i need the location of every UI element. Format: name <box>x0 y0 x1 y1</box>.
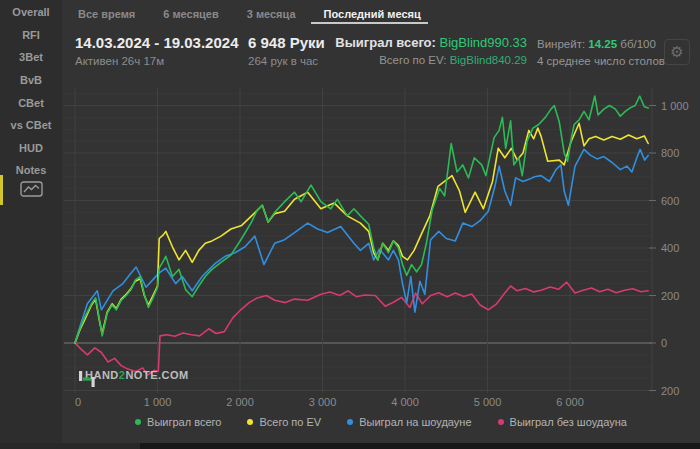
session-header: 14.03.2024 - 19.03.2024 Активен 26ч 17м … <box>62 28 700 85</box>
won-total-label: Выиграл всего: <box>335 35 436 50</box>
y-axis-label: 1 000 <box>661 100 689 112</box>
sidebar-item-vs-cbet[interactable]: vs CBet <box>0 114 62 137</box>
tab-last-month[interactable]: Последний месяц <box>324 0 421 28</box>
watermark: HAND2NOTE.COM <box>78 369 189 381</box>
ev-total-value: BigBlind840.29 <box>450 54 527 66</box>
tab-all-time[interactable]: Все время <box>78 0 135 28</box>
stats-block: Винрейт: 14.25 бб/100 4 среднее число ст… <box>537 37 665 68</box>
settings-button[interactable]: ⚙ <box>664 39 690 65</box>
legend-label: Выиграл на шоудауне <box>359 416 471 428</box>
x-axis-label: 5 000 <box>474 396 502 408</box>
x-axis-label: 1 000 <box>144 396 172 408</box>
sidebar-item-graph[interactable] <box>0 178 62 204</box>
sidebar: OverallRFI3BetBvBCBetvs CBetHUDNotes <box>0 0 62 449</box>
legend-dot <box>347 419 353 425</box>
ev-total-label: Всего по EV: <box>379 54 446 66</box>
sidebar-item-bvb[interactable]: BvB <box>0 69 62 92</box>
series-выиграл-без-шоудауна <box>75 282 648 375</box>
chart-canvas: 1 000800600400200020001 0002 0003 0004 0… <box>62 85 700 412</box>
series-выиграл-всего <box>75 96 648 343</box>
line-chart-icon <box>20 181 43 201</box>
x-axis-label: 3 000 <box>309 396 337 408</box>
period-tabs: Все время6 месяцев3 месяцаПоследний меся… <box>62 0 700 28</box>
hands-count: 6 948 Руки <box>248 34 325 51</box>
active-time: Активен 26ч 17м <box>75 54 238 68</box>
series-выиграл-на-шоудауне <box>75 149 648 343</box>
legend-item-1[interactable]: Выиграл всего <box>135 416 221 428</box>
legend-label: Выиграл без шоудауна <box>510 416 627 428</box>
series-всего-по-ev <box>75 123 648 343</box>
avg-tables: 4 среднее число столов <box>537 54 665 68</box>
x-axis-label: 6 000 <box>556 396 584 408</box>
legend-dot <box>247 419 253 425</box>
won-total-value: BigBlind990.33 <box>440 35 527 50</box>
gear-icon: ⚙ <box>670 43 683 61</box>
x-axis-label: 0 <box>75 396 81 408</box>
winrate-label: Винрейт: <box>537 38 585 50</box>
tab-3-months[interactable]: 3 месяца <box>247 0 296 28</box>
y-axis-label: 400 <box>661 242 679 254</box>
y-axis-label: 0 <box>661 337 667 349</box>
legend-label: Всего по EV <box>259 416 321 428</box>
chart-legend: Выиграл всегоВсего по EVВыиграл на шоуда… <box>62 410 700 434</box>
sidebar-item-overall[interactable]: Overall <box>0 1 62 24</box>
hands-block: 6 948 Руки 264 рук в час <box>248 34 325 68</box>
sidebar-item-rfi[interactable]: RFI <box>0 24 62 47</box>
sidebar-item-hud[interactable]: HUD <box>0 137 62 160</box>
legend-dot <box>135 419 141 425</box>
bottom-edge-strip-left <box>0 443 140 449</box>
date-range: 14.03.2024 - 19.03.2024 <box>75 34 238 51</box>
winrate-value: 14.25 <box>588 38 617 50</box>
legend-item-3[interactable]: Выиграл на шоудауне <box>347 416 471 428</box>
legend-item-4[interactable]: Выиграл без шоудауна <box>498 416 627 428</box>
x-axis-label: 2 000 <box>226 396 254 408</box>
date-range-block: 14.03.2024 - 19.03.2024 Активен 26ч 17м <box>75 34 238 68</box>
winnings-chart: 1 000800600400200020001 0002 0003 0004 0… <box>62 85 700 412</box>
legend-item-2[interactable]: Всего по EV <box>247 416 321 428</box>
watermark-text: HAND2NOTE.COM <box>85 369 189 381</box>
hands-per-hour: 264 рук в час <box>248 54 325 68</box>
x-axis-label: 4 000 <box>391 396 419 408</box>
tab-6-months[interactable]: 6 месяцев <box>163 0 218 28</box>
sidebar-item-3bet[interactable]: 3Bet <box>0 46 62 69</box>
y-axis-label: 200 <box>661 290 679 302</box>
winrate-unit: бб/100 <box>620 38 656 50</box>
sidebar-item-list: OverallRFI3BetBvBCBetvs CBetHUDNotes <box>0 1 62 182</box>
y-axis-label: 800 <box>661 147 679 159</box>
sidebar-item-cbet[interactable]: CBet <box>0 91 62 114</box>
legend-dot <box>498 419 504 425</box>
bottom-edge-strip <box>0 443 700 449</box>
y-axis-label: 200 <box>661 385 679 397</box>
winnings-block: Выиграл всего: BigBlind990.33 Всего по E… <box>335 35 527 67</box>
y-axis-label: 600 <box>661 195 679 207</box>
legend-label: Выиграл всего <box>147 416 221 428</box>
